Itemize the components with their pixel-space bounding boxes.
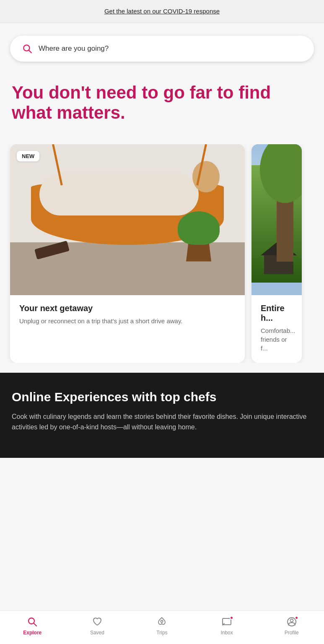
profile-label: Profile — [285, 630, 299, 636]
inbox-notification-dot — [230, 616, 233, 620]
card-forest-title: Entire h... — [261, 304, 293, 323]
nav-item-inbox[interactable]: Inbox — [214, 616, 239, 636]
card-getaway[interactable]: NEW Your next getaway Unplug or reconnec… — [10, 144, 245, 363]
dark-section-title: Online Experiences with top chefs — [12, 390, 312, 405]
search-icon — [26, 616, 38, 628]
inbox-icon-wrapper — [221, 616, 233, 628]
nav-item-trips[interactable]: Trips — [149, 616, 174, 636]
bottom-nav: Explore Saved Trips Inbox — [0, 610, 324, 644]
svg-point-7 — [290, 619, 293, 622]
dark-section-desc: Cook with culinary legends and learn the… — [12, 411, 312, 433]
card-getaway-content: Your next getaway Unplug or reconnect on… — [10, 295, 245, 335]
nav-item-profile[interactable]: Profile — [279, 616, 304, 636]
search-icon — [22, 43, 33, 54]
airbnb-icon — [156, 616, 168, 628]
card-getaway-desc: Unplug or reconnect on a trip that's jus… — [19, 317, 236, 325]
explore-label: Explore — [23, 630, 41, 636]
covid-banner-link[interactable]: Get the latest on our COVID-19 response — [104, 8, 220, 15]
saved-icon-wrapper — [91, 616, 103, 628]
plant-leaves — [178, 211, 220, 245]
hammock-person-body — [39, 174, 199, 216]
svg-line-3 — [34, 623, 37, 626]
heart-icon — [91, 616, 103, 628]
nav-item-explore[interactable]: Explore — [20, 616, 45, 636]
forest-tree — [277, 178, 293, 262]
svg-point-4 — [161, 621, 163, 623]
search-area: Where are you going? — [0, 23, 324, 70]
explore-icon-wrapper — [26, 616, 38, 628]
hammock-person-head — [192, 161, 220, 192]
saved-label: Saved — [90, 630, 104, 636]
trips-icon-wrapper — [156, 616, 168, 628]
covid-banner[interactable]: Get the latest on our COVID-19 response — [0, 0, 324, 23]
new-badge: NEW — [17, 151, 39, 161]
profile-notification-dot — [295, 616, 298, 620]
card-getaway-image: NEW — [10, 144, 245, 295]
hero-title: You don't need to go far to find what ma… — [12, 83, 312, 123]
svg-line-1 — [29, 50, 31, 53]
search-placeholder: Where are you going? — [39, 44, 109, 53]
cards-section: NEW Your next getaway Unplug or reconnec… — [0, 132, 324, 373]
search-bar[interactable]: Where are you going? — [10, 36, 314, 62]
card-forest-desc: Comfortab... friends or f... — [261, 326, 293, 353]
card-getaway-title: Your next getaway — [19, 304, 236, 313]
card-forest-content: Entire h... Comfortab... friends or f... — [251, 295, 302, 363]
card-forest[interactable]: Entire h... Comfortab... friends or f... — [251, 144, 302, 363]
inbox-label: Inbox — [220, 630, 233, 636]
hero-section: You don't need to go far to find what ma… — [0, 70, 324, 132]
trips-label: Trips — [156, 630, 167, 636]
nav-item-saved[interactable]: Saved — [85, 616, 110, 636]
spacer — [0, 458, 324, 500]
card-forest-image — [251, 144, 302, 295]
cards-scroll: NEW Your next getaway Unplug or reconnec… — [0, 144, 324, 363]
profile-icon-wrapper — [286, 616, 298, 628]
dark-section: Online Experiences with top chefs Cook w… — [0, 373, 324, 458]
